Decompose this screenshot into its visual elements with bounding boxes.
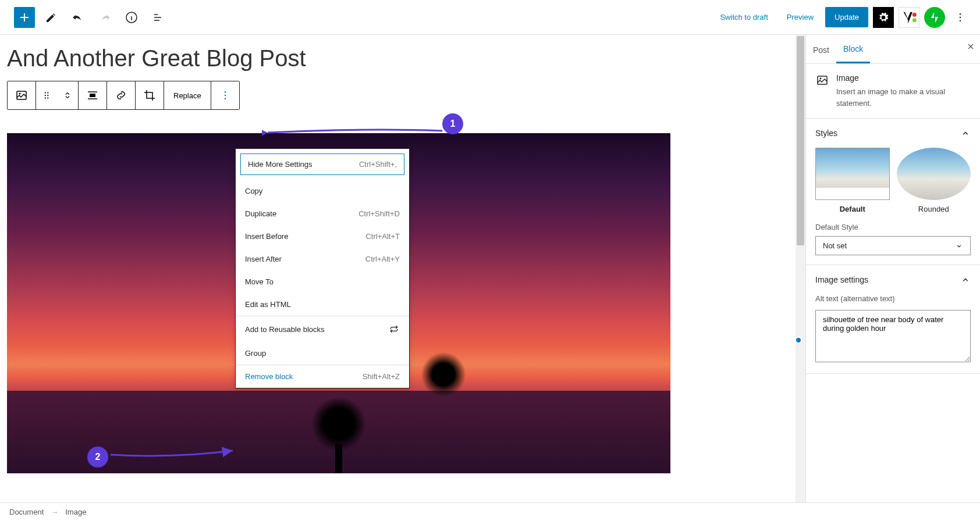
menu-add-reusable[interactable]: Add to Reusable blocks [236,316,409,342]
menu-item-label: Insert After [245,255,282,263]
breadcrumb-image[interactable]: Image [65,508,86,516]
svg-point-13 [47,97,48,98]
settings-sidebar: Post Block Image Insert an image to make… [805,35,980,502]
block-type-name: Image [836,73,971,83]
annotation-badge-1: 1 [442,113,463,134]
undo-button[interactable] [68,7,88,28]
info-button[interactable] [121,7,142,28]
menu-item-shortcut: Shift+Alt+Z [363,372,400,381]
redo-button[interactable] [94,7,115,28]
svg-point-19 [820,78,822,80]
menu-item-label: Insert Before [245,232,288,241]
menu-hide-more-settings[interactable]: Hide More Settings Ctrl+Shift+, [240,154,404,175]
menu-insert-after[interactable]: Insert After Ctrl+Alt+Y [236,248,409,270]
link-icon [114,88,128,102]
block-more-options-button[interactable] [211,81,239,109]
breadcrumb-document[interactable]: Document [9,508,44,516]
style-label: Rounded [897,205,971,213]
info-icon [125,10,139,24]
svg-point-4 [960,16,961,18]
svg-point-16 [224,95,226,97]
crop-icon [143,88,157,102]
toolbar-right: Switch to draft Preview Update [713,7,975,28]
crop-button[interactable] [136,81,164,109]
menu-item-shortcut: Ctrl+Shift+D [358,209,400,218]
close-icon [966,42,975,51]
svg-point-2 [912,18,917,22]
svg-point-11 [47,95,48,96]
resize-handle[interactable] [795,337,802,344]
replace-button[interactable]: Replace [164,81,211,109]
menu-remove-block[interactable]: Remove block Shift+Alt+Z [236,365,409,388]
annotation-badge-2: 2 [87,447,108,468]
undo-icon [71,10,85,24]
top-toolbar: Switch to draft Preview Update [0,0,980,35]
gear-icon [878,12,889,23]
redo-icon [98,10,112,24]
jetpack-icon [928,10,942,24]
svg-point-7 [19,93,21,95]
svg-point-10 [45,95,46,96]
menu-insert-before[interactable]: Insert Before Ctrl+Alt+T [236,225,409,248]
settings-button[interactable] [873,7,894,28]
vertical-dots-icon [219,90,231,101]
jetpack-button[interactable] [924,7,945,28]
chevron-up-icon [960,274,971,285]
alt-text-field[interactable] [815,310,971,362]
panel-title: Image settings [815,275,868,284]
add-block-button[interactable] [14,7,35,28]
menu-duplicate[interactable]: Duplicate Ctrl+Shift+D [236,202,409,225]
tab-post[interactable]: Post [806,36,836,63]
toolbar-left [5,7,169,28]
image-settings-panel: Image settings Alt text (alternative tex… [806,265,980,374]
menu-group[interactable]: Group [236,342,409,365]
style-label: Default [815,205,890,213]
align-icon [86,88,100,102]
preview-button[interactable]: Preview [780,8,821,26]
alt-text-label: Alt text (alternative text) [815,294,971,303]
chevron-down-icon [955,242,963,250]
svg-point-12 [45,97,46,98]
svg-point-8 [45,92,46,93]
yoast-button[interactable] [899,7,919,28]
menu-item-label: Duplicate [245,209,276,218]
menu-item-shortcut: Ctrl+Shift+, [359,160,397,169]
menu-item-label: Copy [245,187,262,195]
switch-to-draft-button[interactable]: Switch to draft [713,8,775,26]
block-type-button[interactable] [8,81,35,109]
default-style-select[interactable]: Not set [815,236,971,255]
styles-panel-toggle[interactable]: Styles [815,128,971,138]
default-style-label: Default Style [815,223,971,231]
menu-move-to[interactable]: Move To [236,270,409,293]
update-button[interactable]: Update [825,7,868,27]
outline-button[interactable] [148,7,169,28]
more-menu-button[interactable] [950,7,971,28]
align-button[interactable] [79,81,106,109]
style-option-rounded[interactable]: Rounded [897,148,971,213]
sidebar-tabs: Post Block [806,35,980,64]
menu-item-label: Add to Reusable blocks [245,325,325,334]
svg-point-15 [224,91,226,93]
close-sidebar-button[interactable] [966,42,975,51]
breadcrumb-separator-icon: → [51,508,58,516]
breadcrumb: Document → Image [0,502,980,521]
link-button[interactable] [107,81,135,109]
move-up-down-button[interactable] [57,81,78,109]
editor-canvas: And Another Great Blog Post [0,35,805,502]
menu-item-label: Remove block [245,372,293,381]
menu-edit-as-html[interactable]: Edit as HTML [236,293,409,316]
tab-block[interactable]: Block [836,35,870,63]
image-settings-panel-toggle[interactable]: Image settings [815,274,971,285]
pencil-icon [44,10,58,24]
menu-item-label: Move To [245,277,274,286]
block-info-panel: Image Insert an image to make a visual s… [806,64,980,119]
post-title[interactable]: And Another Great Blog Post [0,35,805,76]
style-preview-default [815,148,890,200]
style-option-default[interactable]: Default [815,148,890,213]
menu-copy[interactable]: Copy [236,180,409,202]
chevron-up-icon [960,128,971,138]
drag-handle-button[interactable] [36,81,57,109]
edit-mode-button[interactable] [41,7,62,28]
svg-point-1 [912,12,917,16]
main-area: And Another Great Blog Post [0,35,980,502]
